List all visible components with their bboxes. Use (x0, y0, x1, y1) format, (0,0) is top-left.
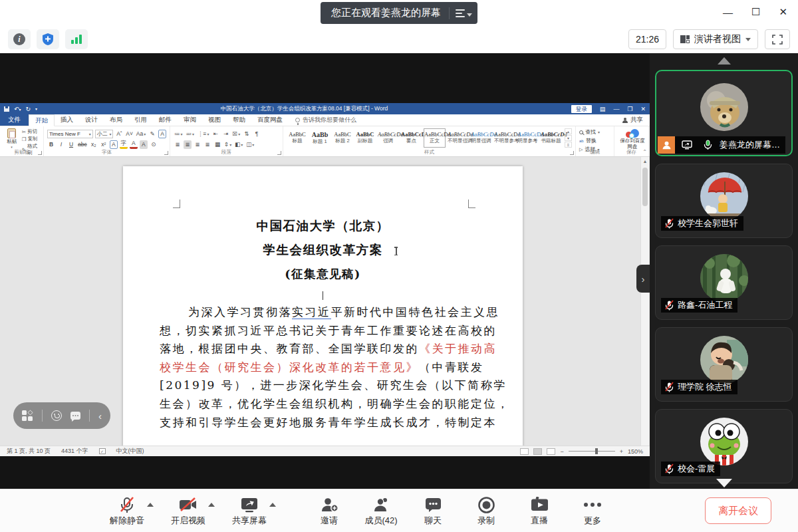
style-item[interactable]: AaBbCcDd不明显强调 (447, 128, 469, 148)
zoom-level[interactable]: 150% (628, 448, 643, 455)
highlight-button[interactable]: 字 (120, 140, 128, 149)
document-page[interactable]: 中国石油大学（北京） 学生会组织改革方案 (征集意见稿) 为深入学习贯彻落实习近… (123, 166, 523, 446)
zoom-in-button[interactable]: + (620, 448, 623, 455)
proofing-icon[interactable]: ✓ (99, 448, 106, 454)
cut-button[interactable]: ✂剪切 (22, 128, 40, 135)
redo-icon[interactable]: ↻ (26, 106, 31, 112)
style-item[interactable]: AaBbCcDd明显参考 (517, 128, 539, 148)
page-indicator[interactable]: 第 1 页, 共 10 页 (7, 447, 51, 456)
style-item[interactable]: AaBbCcDd书籍标题 (540, 128, 562, 148)
style-item[interactable]: AaBbCcDd要点 (400, 128, 422, 148)
share-button[interactable]: 共享 (622, 114, 650, 126)
share-list-button[interactable] (450, 2, 477, 24)
distribute-button[interactable]: ▦ (213, 140, 221, 149)
superscript-button[interactable]: x² (100, 140, 108, 149)
share-options-arrow[interactable] (269, 503, 276, 507)
ribbon-options-icon[interactable]: ▤ (600, 106, 606, 112)
shading-button[interactable]: ◧▾ (234, 140, 243, 149)
chat-button[interactable]: 聊天 (414, 495, 452, 527)
align-right-button[interactable]: ≣ (194, 140, 201, 149)
style-item-selected[interactable]: AaBbCcDd正文 (424, 128, 446, 148)
tell-me-box[interactable]: 告诉我你想要做什么 (289, 114, 363, 126)
more-button[interactable]: 更多 (574, 495, 611, 527)
maximize-button[interactable]: ☐ (751, 6, 760, 18)
collapse-left-icon[interactable]: ‹ (98, 410, 102, 422)
zoom-slider-thumb[interactable] (595, 448, 598, 454)
save-to-baidu-button[interactable]: 保存到百度网盘 (618, 128, 647, 150)
tab-references[interactable]: 引用 (128, 114, 153, 126)
invite-button[interactable]: 邀请 (311, 495, 348, 527)
style-item[interactable]: AaBbC标题 (287, 128, 308, 148)
character-shading-button[interactable]: A (140, 140, 148, 149)
unmute-button[interactable]: 解除静音 (108, 495, 146, 527)
save-icon[interactable] (4, 106, 9, 112)
dialog-launcher-icon[interactable] (38, 151, 42, 155)
collapse-ribbon-icon[interactable]: ⌃ (642, 149, 647, 155)
minimize-button[interactable]: — (723, 7, 733, 18)
zoom-slider[interactable] (569, 451, 615, 452)
strikethrough-button[interactable]: abc (77, 140, 88, 149)
character-border-button[interactable]: A (158, 130, 166, 138)
members-button[interactable]: 成员(42) (362, 495, 400, 527)
enclose-characters-button[interactable]: ⊙ (150, 140, 158, 149)
meeting-info-button[interactable]: i (8, 29, 31, 49)
style-item[interactable]: AaBbC副标题 (354, 128, 376, 148)
justify-button[interactable]: ≣ (203, 140, 211, 149)
font-color-button[interactable]: A (130, 140, 138, 149)
styles-gallery-scroll[interactable]: ▴▾≡ (565, 128, 572, 148)
print-layout-button[interactable] (533, 448, 542, 455)
word-count[interactable]: 4431 个字 (61, 447, 88, 456)
multilevel-list-button[interactable]: ⋮≡▾ (197, 130, 209, 138)
participant-tile[interactable]: 校会-雷展 (655, 409, 793, 483)
italic-button[interactable]: I (57, 140, 65, 149)
clear-formatting-button[interactable]: ✎ (148, 130, 156, 138)
copy-button[interactable]: ❐复制 (22, 136, 40, 142)
record-button[interactable]: 录制 (467, 495, 505, 527)
style-item[interactable]: AaBbCcDd不明显参考 (493, 128, 515, 148)
word-close-button[interactable]: ✕ (640, 106, 646, 112)
font-size-dropdown[interactable]: 小二▾ (95, 130, 114, 138)
sort-button[interactable]: ⇅ (243, 130, 251, 138)
subscript-button[interactable]: x₂ (90, 140, 98, 149)
tab-review[interactable]: 审阅 (178, 114, 202, 126)
security-button[interactable] (37, 29, 59, 49)
participant-tile[interactable]: 理学院 徐志恒 (655, 327, 793, 402)
document-scrollbar[interactable]: ▲ (640, 157, 649, 446)
tab-help[interactable]: 帮助 (227, 114, 251, 126)
web-layout-button[interactable] (547, 448, 555, 455)
tab-design[interactable]: 设计 (79, 114, 104, 126)
dialog-launcher-icon[interactable] (570, 151, 574, 155)
numbering-button[interactable]: ≕▾ (186, 130, 196, 138)
chat-bubble-icon[interactable] (70, 412, 80, 420)
mic-options-arrow[interactable] (147, 503, 154, 507)
share-screen-button[interactable]: 共享屏幕 (231, 495, 268, 527)
scroll-up-icon[interactable]: ▲ (641, 157, 649, 164)
read-mode-button[interactable] (520, 448, 529, 455)
undo-icon[interactable]: ↶▾ (14, 106, 21, 112)
participant-tile-sharing[interactable]: 姜燕龙的屏幕… (655, 70, 793, 156)
style-item[interactable]: AaBbCcDd明显强调 (470, 128, 492, 148)
align-left-button[interactable]: ≣ (174, 140, 182, 149)
tab-home[interactable]: 开始 (29, 114, 55, 126)
network-quality-button[interactable] (65, 29, 88, 49)
participant-tile[interactable]: 校学生会郭世轩 (655, 164, 793, 238)
video-options-arrow[interactable] (208, 503, 215, 507)
find-button[interactable]: 查找▾ (579, 128, 610, 136)
fullscreen-button[interactable] (765, 29, 790, 49)
change-case-button[interactable]: Aa▾ (136, 130, 146, 138)
scrollbar-thumb[interactable] (642, 168, 648, 206)
borders-button[interactable]: ◫▾ (245, 140, 255, 149)
close-button[interactable]: ✕ (779, 6, 787, 18)
tab-layout[interactable]: 布局 (104, 114, 128, 126)
tab-insert[interactable]: 插入 (55, 114, 79, 126)
line-spacing-button[interactable]: ⇕▾ (223, 140, 232, 149)
word-minimize-button[interactable]: — (613, 106, 619, 112)
shrink-font-button[interactable]: A˅ (125, 130, 133, 138)
style-item[interactable]: AaBbC标题 2 (332, 128, 353, 148)
show-marks-button[interactable]: ¶ (253, 130, 261, 138)
scroll-down-arrow[interactable] (716, 479, 732, 487)
tab-view[interactable]: 视图 (202, 114, 227, 126)
signin-button[interactable]: 登录 (571, 105, 592, 113)
style-item[interactable]: AaBb标题 1 (309, 128, 331, 148)
bullets-button[interactable]: ≔▾ (174, 130, 184, 138)
